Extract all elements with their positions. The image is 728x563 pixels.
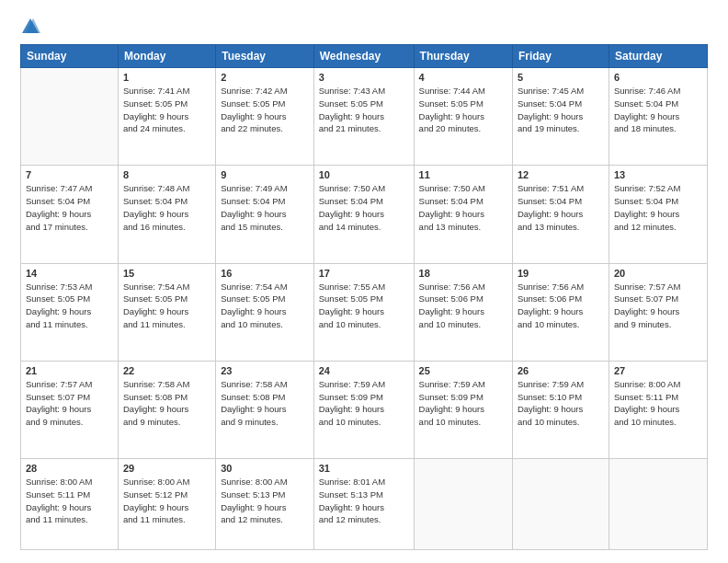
day-info: Sunrise: 7:51 AMSunset: 5:04 PMDaylight:… <box>518 182 604 233</box>
calendar-cell: 4Sunrise: 7:44 AMSunset: 5:05 PMDaylight… <box>414 68 512 166</box>
day-info: Sunrise: 7:45 AMSunset: 5:04 PMDaylight:… <box>518 85 604 135</box>
calendar-table: SundayMondayTuesdayWednesdayThursdayFrid… <box>20 44 708 550</box>
calendar-cell: 27Sunrise: 8:00 AMSunset: 5:11 PMDayligh… <box>609 361 707 458</box>
day-info: Sunrise: 7:53 AMSunset: 5:05 PMDaylight:… <box>26 281 113 331</box>
calendar-cell: 2Sunrise: 7:42 AMSunset: 5:05 PMDaylight… <box>216 68 314 166</box>
day-number: 2 <box>221 72 309 83</box>
day-info: Sunrise: 7:44 AMSunset: 5:05 PMDaylight:… <box>419 85 507 135</box>
day-info: Sunrise: 7:50 AMSunset: 5:04 PMDaylight:… <box>319 182 409 233</box>
weekday-header-tuesday: Tuesday <box>216 45 314 68</box>
calendar-cell: 11Sunrise: 7:50 AMSunset: 5:04 PMDayligh… <box>414 166 512 263</box>
calendar-cell: 25Sunrise: 7:59 AMSunset: 5:09 PMDayligh… <box>414 361 512 458</box>
day-number: 23 <box>221 365 309 376</box>
weekday-header-saturday: Saturday <box>609 45 707 68</box>
day-number: 25 <box>419 365 507 376</box>
day-number: 29 <box>123 463 210 474</box>
day-number: 15 <box>123 268 210 279</box>
day-number: 10 <box>319 169 409 180</box>
day-number: 20 <box>614 268 702 279</box>
day-number: 4 <box>419 72 507 83</box>
week-row-4: 21Sunrise: 7:57 AMSunset: 5:07 PMDayligh… <box>21 361 708 458</box>
day-info: Sunrise: 7:59 AMSunset: 5:10 PMDaylight:… <box>518 378 604 429</box>
day-info: Sunrise: 7:42 AMSunset: 5:05 PMDaylight:… <box>221 85 309 135</box>
day-info: Sunrise: 7:57 AMSunset: 5:07 PMDaylight:… <box>26 378 113 429</box>
day-number: 22 <box>123 365 210 376</box>
day-info: Sunrise: 7:55 AMSunset: 5:05 PMDaylight:… <box>319 281 409 331</box>
day-info: Sunrise: 8:00 AMSunset: 5:11 PMDaylight:… <box>26 476 113 526</box>
day-info: Sunrise: 7:59 AMSunset: 5:09 PMDaylight:… <box>419 378 507 429</box>
day-info: Sunrise: 7:49 AMSunset: 5:04 PMDaylight:… <box>221 182 309 233</box>
day-number: 24 <box>319 365 409 376</box>
day-number: 3 <box>319 72 409 83</box>
day-number: 5 <box>518 72 604 83</box>
day-info: Sunrise: 7:47 AMSunset: 5:04 PMDaylight:… <box>26 182 113 233</box>
weekday-header-wednesday: Wednesday <box>313 45 414 68</box>
calendar-cell: 19Sunrise: 7:56 AMSunset: 5:06 PMDayligh… <box>512 263 609 361</box>
calendar-cell: 31Sunrise: 8:01 AMSunset: 5:13 PMDayligh… <box>313 459 414 550</box>
day-info: Sunrise: 8:00 AMSunset: 5:12 PMDaylight:… <box>123 476 210 526</box>
calendar-cell: 24Sunrise: 7:59 AMSunset: 5:09 PMDayligh… <box>313 361 414 458</box>
day-info: Sunrise: 8:00 AMSunset: 5:13 PMDaylight:… <box>221 476 309 526</box>
day-number: 16 <box>221 268 309 279</box>
calendar-cell: 3Sunrise: 7:43 AMSunset: 5:05 PMDaylight… <box>313 68 414 166</box>
calendar-cell: 8Sunrise: 7:48 AMSunset: 5:04 PMDaylight… <box>118 166 215 263</box>
day-info: Sunrise: 7:43 AMSunset: 5:05 PMDaylight:… <box>319 85 409 135</box>
day-info: Sunrise: 7:59 AMSunset: 5:09 PMDaylight:… <box>319 378 409 429</box>
calendar-cell: 5Sunrise: 7:45 AMSunset: 5:04 PMDaylight… <box>512 68 609 166</box>
weekday-header-monday: Monday <box>118 45 215 68</box>
day-info: Sunrise: 7:52 AMSunset: 5:04 PMDaylight:… <box>614 182 702 233</box>
day-info: Sunrise: 8:01 AMSunset: 5:13 PMDaylight:… <box>319 476 409 526</box>
calendar-cell <box>512 459 609 550</box>
day-info: Sunrise: 7:58 AMSunset: 5:08 PMDaylight:… <box>123 378 210 429</box>
day-info: Sunrise: 7:50 AMSunset: 5:04 PMDaylight:… <box>419 182 507 233</box>
calendar-cell: 15Sunrise: 7:54 AMSunset: 5:05 PMDayligh… <box>118 263 215 361</box>
page: SundayMondayTuesdayWednesdayThursdayFrid… <box>0 0 728 563</box>
day-number: 12 <box>518 169 604 180</box>
calendar-cell: 14Sunrise: 7:53 AMSunset: 5:05 PMDayligh… <box>21 263 119 361</box>
day-info: Sunrise: 7:58 AMSunset: 5:08 PMDaylight:… <box>221 378 309 429</box>
calendar-cell: 21Sunrise: 7:57 AMSunset: 5:07 PMDayligh… <box>21 361 119 458</box>
calendar-cell: 16Sunrise: 7:54 AMSunset: 5:05 PMDayligh… <box>216 263 314 361</box>
calendar-cell <box>21 68 119 166</box>
day-number: 17 <box>319 268 409 279</box>
day-info: Sunrise: 7:57 AMSunset: 5:07 PMDaylight:… <box>614 281 702 331</box>
header <box>20 17 708 37</box>
calendar-cell: 26Sunrise: 7:59 AMSunset: 5:10 PMDayligh… <box>512 361 609 458</box>
day-number: 30 <box>221 463 309 474</box>
day-number: 14 <box>26 268 113 279</box>
day-number: 28 <box>26 463 113 474</box>
day-info: Sunrise: 7:48 AMSunset: 5:04 PMDaylight:… <box>123 182 210 233</box>
day-number: 8 <box>123 169 210 180</box>
day-number: 1 <box>123 72 210 83</box>
week-row-3: 14Sunrise: 7:53 AMSunset: 5:05 PMDayligh… <box>21 263 708 361</box>
day-info: Sunrise: 7:46 AMSunset: 5:04 PMDaylight:… <box>614 85 702 135</box>
day-number: 31 <box>319 463 409 474</box>
day-info: Sunrise: 7:54 AMSunset: 5:05 PMDaylight:… <box>123 281 210 331</box>
day-number: 7 <box>26 169 113 180</box>
day-info: Sunrise: 7:56 AMSunset: 5:06 PMDaylight:… <box>419 281 507 331</box>
calendar-cell: 22Sunrise: 7:58 AMSunset: 5:08 PMDayligh… <box>118 361 215 458</box>
calendar-cell <box>414 459 512 550</box>
calendar-cell: 18Sunrise: 7:56 AMSunset: 5:06 PMDayligh… <box>414 263 512 361</box>
calendar-cell: 20Sunrise: 7:57 AMSunset: 5:07 PMDayligh… <box>609 263 707 361</box>
day-info: Sunrise: 7:41 AMSunset: 5:05 PMDaylight:… <box>123 85 210 135</box>
weekday-header-sunday: Sunday <box>21 45 119 68</box>
day-number: 26 <box>518 365 604 376</box>
calendar-cell: 12Sunrise: 7:51 AMSunset: 5:04 PMDayligh… <box>512 166 609 263</box>
weekday-header-thursday: Thursday <box>414 45 512 68</box>
day-number: 21 <box>26 365 113 376</box>
calendar-cell: 30Sunrise: 8:00 AMSunset: 5:13 PMDayligh… <box>216 459 314 550</box>
day-number: 13 <box>614 169 702 180</box>
logo <box>20 17 44 37</box>
calendar-cell <box>609 459 707 550</box>
day-info: Sunrise: 7:56 AMSunset: 5:06 PMDaylight:… <box>518 281 604 331</box>
logo-icon <box>20 17 40 37</box>
day-info: Sunrise: 8:00 AMSunset: 5:11 PMDaylight:… <box>614 378 702 429</box>
calendar-cell: 17Sunrise: 7:55 AMSunset: 5:05 PMDayligh… <box>313 263 414 361</box>
day-info: Sunrise: 7:54 AMSunset: 5:05 PMDaylight:… <box>221 281 309 331</box>
day-number: 27 <box>614 365 702 376</box>
calendar-cell: 9Sunrise: 7:49 AMSunset: 5:04 PMDaylight… <box>216 166 314 263</box>
calendar-cell: 10Sunrise: 7:50 AMSunset: 5:04 PMDayligh… <box>313 166 414 263</box>
day-number: 9 <box>221 169 309 180</box>
calendar-cell: 13Sunrise: 7:52 AMSunset: 5:04 PMDayligh… <box>609 166 707 263</box>
